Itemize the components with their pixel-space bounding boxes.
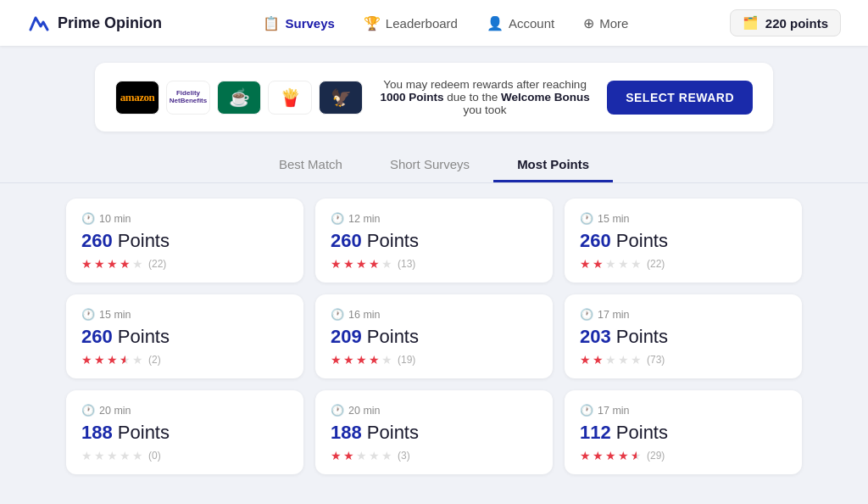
star-filled: ★: [356, 353, 367, 367]
star-filled: ★: [369, 353, 380, 367]
tabs-divider: [0, 182, 868, 183]
star-rating: ★★★★★(22): [580, 257, 787, 271]
review-count: (29): [647, 450, 665, 462]
points-number: 112: [580, 422, 611, 443]
points-number: 260: [331, 230, 362, 251]
survey-card[interactable]: 🕐 20 min 188 Points ★★★★★(3): [315, 390, 553, 474]
survey-points: 260 Points: [81, 326, 288, 348]
star-filled: ★: [331, 449, 342, 462]
star-filled: ★: [369, 257, 380, 271]
nav-item-account[interactable]: 👤 Account: [475, 10, 566, 36]
star-filled: ★: [120, 257, 131, 271]
star-empty: ★: [381, 449, 392, 462]
points-number: 260: [81, 326, 113, 347]
leaderboard-icon: 🏆: [364, 15, 381, 31]
survey-points: 260 Points: [81, 230, 288, 252]
star-filled: ★: [331, 353, 342, 367]
survey-time: 🕐 10 min: [81, 212, 288, 225]
star-half: ★★: [120, 353, 131, 367]
time-label: 20 min: [348, 405, 381, 417]
points-number: 260: [580, 230, 611, 251]
survey-card[interactable]: 🕐 12 min 260 Points ★★★★★(13): [315, 199, 553, 283]
time-label: 12 min: [348, 213, 381, 225]
nav-label-more: More: [599, 16, 628, 31]
survey-card[interactable]: 🕐 16 min 209 Points ★★★★★(19): [315, 294, 553, 378]
survey-points: 209 Points: [331, 326, 537, 348]
time-label: 16 min: [348, 309, 381, 321]
survey-card[interactable]: 🕐 10 min 260 Points ★★★★★(22): [66, 199, 303, 283]
nav-item-more[interactable]: ⊕ More: [571, 10, 640, 36]
star-filled: ★: [593, 353, 604, 367]
clock-icon: 🕐: [580, 308, 593, 321]
star-empty: ★: [381, 353, 392, 367]
nav-label-surveys: Surveys: [285, 16, 334, 31]
time-label: 17 min: [598, 309, 630, 321]
star-rating: ★★★★★(19): [331, 353, 537, 367]
star-empty: ★: [94, 449, 105, 462]
tab-short-surveys[interactable]: Short Surveys: [366, 148, 493, 182]
survey-card[interactable]: 🕐 17 min 112 Points ★★★★★★(29): [565, 390, 802, 474]
star-rating: ★★★★★★(29): [580, 449, 787, 462]
star-filled: ★: [331, 257, 342, 271]
survey-time: 🕐 20 min: [331, 404, 537, 417]
star-empty: ★: [605, 353, 616, 367]
star-empty: ★: [631, 353, 642, 367]
star-empty: ★: [132, 257, 143, 271]
nav-item-surveys[interactable]: 📋 Surveys: [251, 10, 346, 36]
star-filled: ★: [107, 257, 118, 271]
star-empty: ★: [618, 353, 629, 367]
survey-time: 🕐 15 min: [81, 308, 288, 321]
reward-logos: amazon FidelityNetBenefits ☕ 🍟 🦅: [115, 81, 363, 115]
logo-icon: [27, 11, 51, 35]
more-icon: ⊕: [583, 15, 594, 31]
survey-time: 🕐 15 min: [580, 212, 787, 225]
star-filled: ★: [580, 449, 591, 462]
star-empty: ★: [381, 257, 392, 271]
wallet-icon: 🗂️: [743, 15, 759, 31]
main-header: Prime Opinion 📋 Surveys 🏆 Leaderboard 👤 …: [0, 0, 868, 46]
clock-icon: 🕐: [81, 404, 95, 417]
clock-icon: 🕐: [331, 404, 344, 417]
survey-tabs: Best Match Short Surveys Most Points: [0, 148, 868, 182]
survey-points: 260 Points: [580, 230, 787, 252]
time-label: 15 min: [598, 213, 630, 225]
clock-icon: 🕐: [331, 212, 344, 225]
points-number: 203: [580, 326, 611, 347]
points-number: 209: [331, 326, 362, 347]
star-filled: ★: [580, 353, 591, 367]
clock-icon: 🕐: [81, 308, 95, 321]
points-number: 260: [81, 230, 113, 251]
reward-notice: You may redeem rewards after reaching 10…: [363, 78, 607, 116]
star-empty: ★: [631, 257, 642, 271]
star-filled: ★: [593, 449, 604, 462]
star-empty: ★: [369, 449, 380, 462]
star-empty: ★: [120, 449, 131, 462]
survey-points: 112 Points: [580, 422, 787, 444]
survey-points: 203 Points: [580, 326, 787, 348]
survey-card[interactable]: 🕐 15 min 260 Points ★★★★★(22): [565, 199, 802, 283]
star-filled: ★: [94, 353, 105, 367]
points-number: 188: [81, 422, 113, 443]
logo[interactable]: Prime Opinion: [27, 11, 162, 35]
clock-icon: 🕐: [580, 212, 593, 225]
survey-card[interactable]: 🕐 15 min 260 Points ★★★★★★(2): [66, 294, 303, 378]
time-label: 17 min: [598, 405, 630, 417]
time-label: 10 min: [99, 213, 131, 225]
star-rating: ★★★★★(73): [580, 353, 787, 367]
tab-most-points[interactable]: Most Points: [493, 148, 613, 182]
nav-item-leaderboard[interactable]: 🏆 Leaderboard: [352, 10, 470, 36]
main-content: amazon FidelityNetBenefits ☕ 🍟 🦅 You may…: [0, 63, 868, 495]
star-filled: ★: [343, 257, 354, 271]
star-empty: ★: [81, 449, 92, 462]
star-half: ★★: [631, 449, 642, 462]
survey-card[interactable]: 🕐 17 min 203 Points ★★★★★(73): [565, 294, 802, 378]
tab-best-match[interactable]: Best Match: [255, 148, 366, 182]
survey-card[interactable]: 🕐 20 min 188 Points ★★★★★(0): [66, 390, 303, 474]
points-display: 🗂️ 220 points: [730, 9, 841, 36]
select-reward-button[interactable]: SELECT REWARD: [607, 81, 753, 115]
snacks-logo: 🍟: [268, 81, 312, 115]
star-filled: ★: [605, 449, 616, 462]
starbucks-logo: ☕: [217, 81, 261, 115]
amazon-logo: amazon: [115, 81, 159, 115]
review-count: (13): [398, 258, 415, 270]
